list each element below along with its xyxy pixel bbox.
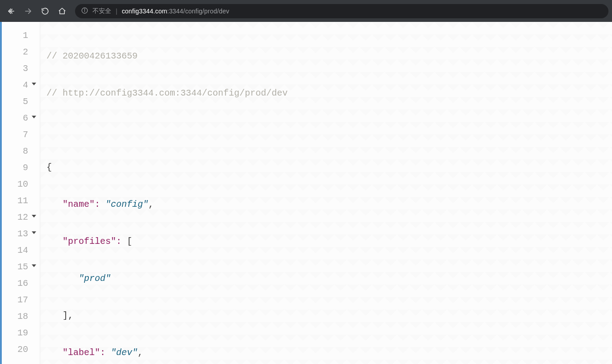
line-number: 7 [2, 126, 40, 143]
line-number: 6 [2, 110, 40, 126]
json-key: "profiles" [63, 236, 116, 247]
line-number: 17 [2, 292, 40, 308]
fold-chevron-icon[interactable] [32, 231, 36, 234]
line-number: 18 [2, 308, 40, 325]
separator: | [116, 8, 117, 15]
address-bar[interactable]: 不安全 | config3344.com:3344/config/prod/de… [75, 4, 608, 18]
json-string: "config" [105, 199, 148, 209]
security-label: 不安全 [92, 7, 111, 15]
line-number: 2 [2, 44, 40, 60]
line-number: 11 [2, 192, 40, 209]
line-number: 1 [2, 27, 40, 44]
line-number: 12 [2, 209, 40, 226]
line-number: 19 [2, 325, 40, 341]
line-number: 8 [2, 143, 40, 159]
line-number: 3 [2, 60, 40, 77]
brace: { [46, 162, 52, 172]
code-content: // 20200426133659 // http://config3344.c… [40, 22, 612, 364]
json-key: "label" [63, 347, 100, 358]
line-number: 4 [2, 77, 40, 93]
line-number-gutter: 1234567891011121314151617181920 [2, 22, 40, 364]
line-number: 16 [2, 275, 40, 292]
line-number: 13 [2, 226, 40, 242]
line-number: 5 [2, 93, 40, 110]
comment-text: // 20200426133659 [46, 51, 138, 61]
comment-text: // http://config3344.com:3344/config/pro… [46, 88, 288, 98]
json-string: "dev" [111, 347, 138, 358]
reload-icon[interactable] [38, 4, 53, 19]
line-number: 10 [2, 176, 40, 192]
fold-chevron-icon[interactable] [32, 215, 36, 218]
url-text: config3344.com:3344/config/prod/dev [122, 8, 230, 15]
line-number: 15 [2, 259, 40, 275]
browser-toolbar: 不安全 | config3344.com:3344/config/prod/de… [0, 0, 612, 22]
fold-chevron-icon[interactable] [32, 264, 36, 267]
line-number: 9 [2, 159, 40, 176]
line-number: 20 [2, 341, 40, 358]
forward-icon[interactable] [21, 4, 36, 19]
json-string: "prod" [79, 273, 111, 284]
info-icon [81, 7, 88, 15]
home-icon[interactable] [54, 4, 70, 19]
fold-chevron-icon[interactable] [32, 116, 36, 118]
fold-chevron-icon[interactable] [32, 83, 36, 85]
line-number: 14 [2, 242, 40, 259]
code-viewer: 1234567891011121314151617181920 // 20200… [0, 22, 612, 364]
svg-point-3 [84, 8, 85, 9]
json-key: "name" [63, 199, 95, 209]
back-icon[interactable] [4, 4, 19, 19]
